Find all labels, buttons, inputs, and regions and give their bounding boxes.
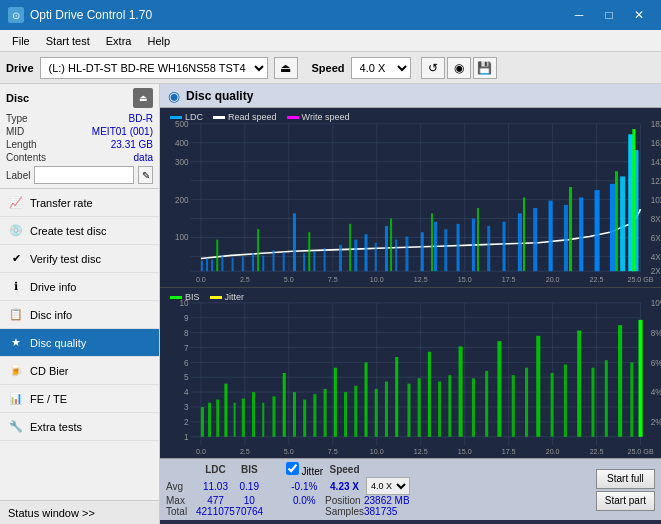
- svg-rect-77: [564, 205, 568, 271]
- bottom-chart-svg: 10 9 8 7 6 5 4 3 2 1 10% 8% 6% 4% 2% 0.0…: [160, 288, 661, 458]
- nav-extra-tests[interactable]: 🔧 Extra tests: [0, 413, 159, 441]
- svg-rect-161: [375, 389, 378, 437]
- svg-text:5.0: 5.0: [284, 447, 294, 456]
- disc-mid-key: MID: [6, 126, 24, 137]
- create-test-disc-icon: 💿: [8, 223, 24, 239]
- maximize-button[interactable]: □: [595, 4, 623, 26]
- disc-button[interactable]: ◉: [447, 57, 471, 79]
- svg-rect-90: [477, 208, 479, 271]
- drive-select[interactable]: (L:) HL-DT-ST BD-RE WH16NS58 TST4: [40, 57, 268, 79]
- nav-create-test-disc[interactable]: 💿 Create test disc: [0, 217, 159, 245]
- nav-transfer-rate-label: Transfer rate: [30, 197, 93, 209]
- drive-info-icon: ℹ: [8, 279, 24, 295]
- jitter-checkbox-cell[interactable]: Jitter: [284, 462, 325, 477]
- legend-bis-label: BIS: [185, 292, 200, 302]
- speed-select[interactable]: 4.0 X: [351, 57, 411, 79]
- nav-disc-info[interactable]: 📋 Disc info: [0, 301, 159, 329]
- svg-rect-146: [224, 384, 227, 437]
- svg-text:25.0 GB: 25.0 GB: [627, 275, 653, 284]
- svg-rect-159: [354, 386, 357, 437]
- svg-rect-145: [216, 400, 219, 437]
- refresh-button[interactable]: ↺: [421, 57, 445, 79]
- svg-text:5.0: 5.0: [284, 275, 294, 284]
- svg-rect-151: [272, 396, 275, 436]
- svg-rect-156: [324, 389, 327, 437]
- svg-rect-92: [569, 187, 572, 271]
- svg-rect-48: [211, 260, 213, 272]
- svg-text:25.0 GB: 25.0 GB: [627, 447, 653, 456]
- svg-text:7: 7: [184, 343, 189, 353]
- svg-rect-182: [630, 362, 633, 436]
- svg-rect-162: [385, 382, 388, 437]
- menu-help[interactable]: Help: [139, 33, 178, 49]
- svg-rect-71: [472, 219, 475, 272]
- svg-text:2.5: 2.5: [240, 447, 250, 456]
- svg-rect-52: [252, 253, 254, 271]
- svg-text:2%: 2%: [651, 417, 661, 427]
- svg-text:10.0: 10.0: [370, 275, 384, 284]
- status-window-link[interactable]: Status window >>: [0, 500, 159, 524]
- start-full-button[interactable]: Start full: [596, 469, 655, 489]
- svg-rect-55: [283, 252, 285, 271]
- svg-rect-178: [577, 331, 581, 437]
- main-area: Disc ⏏ Type BD-R MID MEIT01 (001) Length…: [0, 84, 661, 524]
- minimize-button[interactable]: ─: [565, 4, 593, 26]
- svg-rect-72: [487, 226, 490, 271]
- start-part-button[interactable]: Start part: [596, 491, 655, 511]
- eject-button[interactable]: ⏏: [274, 57, 298, 79]
- close-button[interactable]: ✕: [625, 4, 653, 26]
- disc-mid-val: MEIT01 (001): [92, 126, 153, 137]
- avg-bis: 0.19: [235, 477, 264, 495]
- top-chart: LDC Read speed Write speed: [160, 108, 661, 288]
- nav-extra-tests-label: Extra tests: [30, 421, 82, 433]
- nav-items: 📈 Transfer rate 💿 Create test disc ✔ Ver…: [0, 189, 159, 500]
- legend-write-speed: Write speed: [287, 112, 350, 122]
- disc-quality-title: Disc quality: [186, 89, 253, 103]
- save-button[interactable]: 💾: [473, 57, 497, 79]
- disc-label-btn[interactable]: ✎: [138, 166, 153, 184]
- speed-select-stats[interactable]: 4.0 X: [366, 477, 410, 495]
- svg-text:0.0: 0.0: [196, 447, 206, 456]
- menu-extra[interactable]: Extra: [98, 33, 140, 49]
- menu-start-test[interactable]: Start test: [38, 33, 98, 49]
- svg-rect-85: [257, 229, 259, 271]
- nav-cd-bier[interactable]: 🍺 CD Bier: [0, 357, 159, 385]
- bottom-chart: BIS Jitter: [160, 288, 661, 458]
- disc-eject-icon[interactable]: ⏏: [133, 88, 153, 108]
- svg-rect-60: [339, 245, 342, 271]
- nav-transfer-rate[interactable]: 📈 Transfer rate: [0, 189, 159, 217]
- svg-text:8%: 8%: [651, 328, 661, 338]
- max-ldc: 477: [196, 495, 235, 506]
- svg-text:10.0: 10.0: [370, 447, 384, 456]
- nav-verify-test-disc[interactable]: ✔ Verify test disc: [0, 245, 159, 273]
- app-title: Opti Drive Control 1.70: [30, 8, 152, 22]
- svg-text:10X: 10X: [651, 195, 661, 205]
- disc-contents-val: data: [134, 152, 153, 163]
- svg-text:17.5: 17.5: [502, 275, 516, 284]
- svg-text:18X: 18X: [651, 119, 661, 129]
- disc-type-val: BD-R: [129, 113, 153, 124]
- title-bar: ⊙ Opti Drive Control 1.70 ─ □ ✕: [0, 0, 661, 30]
- svg-text:12X: 12X: [651, 176, 661, 186]
- position-label: Position: [325, 495, 364, 506]
- nav-disc-quality[interactable]: ★ Disc quality: [0, 329, 159, 357]
- svg-rect-168: [448, 375, 451, 437]
- disc-info-icon: 📋: [8, 307, 24, 323]
- svg-rect-179: [591, 368, 594, 437]
- legend-bis-color: [170, 296, 182, 299]
- svg-text:1: 1: [184, 432, 189, 442]
- nav-fe-te[interactable]: 📊 FE / TE: [0, 385, 159, 413]
- svg-rect-73: [503, 222, 506, 271]
- legend-read-speed-label: Read speed: [228, 112, 277, 122]
- samples-val: 381735: [364, 506, 412, 517]
- menu-file[interactable]: File: [4, 33, 38, 49]
- svg-text:10%: 10%: [651, 298, 661, 308]
- svg-rect-76: [549, 201, 553, 272]
- svg-rect-57: [303, 253, 305, 271]
- jitter-checkbox[interactable]: [286, 462, 299, 475]
- nav-cd-bier-label: CD Bier: [30, 365, 69, 377]
- nav-create-test-disc-label: Create test disc: [30, 225, 106, 237]
- disc-label-input[interactable]: [34, 166, 134, 184]
- total-label: Total: [166, 506, 196, 517]
- nav-drive-info[interactable]: ℹ Drive info: [0, 273, 159, 301]
